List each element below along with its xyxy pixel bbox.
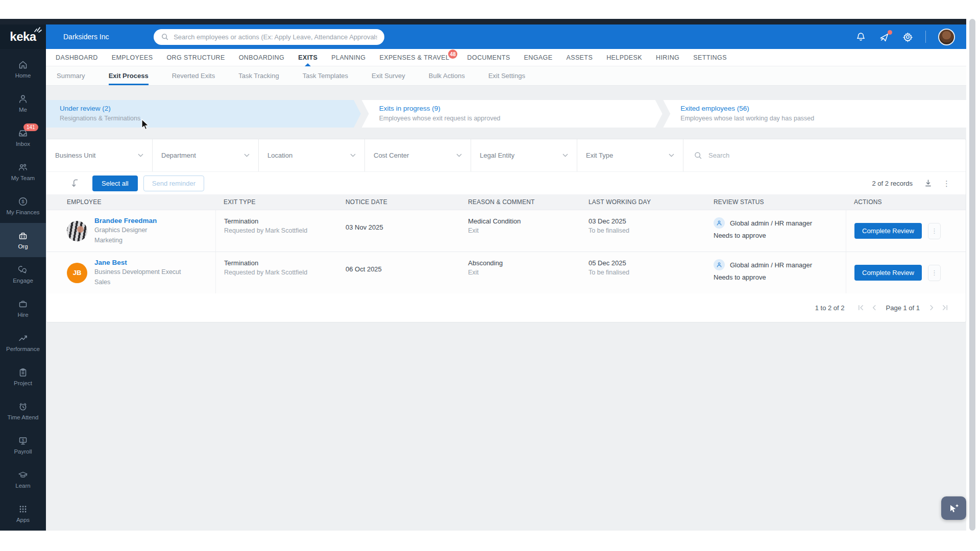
person-icon: [18, 94, 28, 104]
last-page-icon[interactable]: [942, 304, 948, 311]
sidebar-item-org[interactable]: Org: [0, 223, 46, 257]
subtab-exit-survey[interactable]: Exit Survey: [372, 66, 405, 85]
nav-engage[interactable]: ENGAGE: [524, 49, 553, 66]
notifications-bell-icon[interactable]: [855, 32, 866, 42]
subtab-bulk-actions[interactable]: Bulk Actions: [429, 66, 465, 85]
nav-label: EMPLOYEES: [112, 54, 153, 61]
sidebar-item-my-team[interactable]: My Team: [0, 155, 46, 189]
exit-type-cell: Termination Requested by Mark Scottfield: [215, 210, 337, 252]
nav-label: ASSETS: [566, 54, 593, 61]
sidebar-item-engage[interactable]: Engage: [0, 257, 46, 291]
subtab-summary[interactable]: Summary: [57, 66, 85, 85]
keka-logo[interactable]: keka: [0, 24, 46, 49]
sort-icon[interactable]: [71, 179, 79, 188]
employee-name-link[interactable]: Brandee Freedman: [94, 217, 157, 224]
exit-type-value: Termination: [224, 259, 332, 267]
nav-helpdesk[interactable]: HELPDESK: [606, 49, 642, 66]
user-avatar[interactable]: [938, 29, 955, 45]
row-kebab-icon[interactable]: ⋮: [928, 223, 941, 239]
nav-exits[interactable]: EXITS: [298, 49, 317, 66]
expenses-badge: 48: [448, 49, 457, 59]
filter-location[interactable]: Location: [259, 139, 365, 171]
nav-label: EXPENSES & TRAVEL: [379, 54, 449, 61]
review-status-text: Needs to approve: [714, 232, 841, 239]
subtab-task-tracking[interactable]: Task Tracking: [238, 66, 279, 85]
sidebar-item-hire[interactable]: Hire: [0, 291, 46, 325]
sidebar-item-label: My Finances: [6, 209, 39, 215]
employee-avatar[interactable]: JB: [67, 263, 87, 283]
company-name: Darksiders Inc: [63, 33, 109, 41]
nav-settings[interactable]: SETTINGS: [693, 49, 727, 66]
sidebar-item-learn[interactable]: Learn: [0, 462, 46, 496]
nav-org-structure[interactable]: ORG STRUCTURE: [167, 49, 225, 66]
table-row: Brandee Freedman Graphics Designer Marke…: [46, 210, 966, 252]
subtab-exit-process[interactable]: Exit Process: [109, 66, 149, 85]
nav-planning[interactable]: PLANNING: [331, 49, 365, 66]
sidebar-item-my-finances[interactable]: $ My Finances: [0, 189, 46, 223]
table-search-input[interactable]: Search: [683, 139, 966, 171]
demo-cursor-button[interactable]: [941, 496, 966, 520]
stage-exited-employees[interactable]: Exited employees (56) Employees whose la…: [663, 100, 966, 128]
stage-exits-in-progress[interactable]: Exits in progress (9) Employees whose ex…: [362, 100, 663, 128]
monitor-dollar-icon: $: [18, 436, 28, 446]
home-icon: [18, 60, 28, 70]
reason-value: Medical Condition: [468, 217, 575, 225]
complete-review-button[interactable]: Complete Review: [854, 223, 922, 239]
nav-expenses-travel[interactable]: EXPENSES & TRAVEL48: [379, 49, 449, 66]
notice-date-cell: 03 Nov 2025: [337, 210, 460, 252]
first-page-icon[interactable]: [857, 304, 864, 311]
subtab-reverted-exits[interactable]: Reverted Exits: [172, 66, 215, 85]
subtab-exit-settings[interactable]: Exit Settings: [488, 66, 525, 85]
main-nav: DASHBOARD EMPLOYEES ORG STRUCTURE ONBOAR…: [46, 49, 966, 66]
nav-label: ORG STRUCTURE: [167, 54, 225, 61]
filter-exit-type[interactable]: Exit Type: [577, 139, 683, 171]
subtab-task-templates[interactable]: Task Templates: [303, 66, 348, 85]
sidebar-item-apps[interactable]: Apps: [0, 496, 46, 531]
next-page-icon[interactable]: [928, 304, 935, 311]
nav-label: ENGAGE: [524, 54, 553, 61]
sidebar-item-me[interactable]: Me: [0, 86, 46, 120]
col-notice-date: NOTICE DATE: [337, 194, 460, 210]
send-reminder-button[interactable]: Send reminder: [143, 176, 204, 191]
sidebar-item-project[interactable]: Project: [0, 360, 46, 394]
sidebar-items: Home Me 141 Inbox My Team $ My Finances …: [0, 49, 46, 531]
nav-onboarding[interactable]: ONBOARDING: [239, 49, 284, 66]
chevron-down-icon: [456, 154, 462, 157]
employee-job-title: Business Development Execut: [94, 268, 181, 277]
select-all-button[interactable]: Select all: [92, 176, 138, 191]
sidebar-item-performance[interactable]: Performance: [0, 325, 46, 360]
table-options-kebab-icon[interactable]: ⋮: [943, 180, 950, 187]
review-status-cell: Global admin / HR manager Needs to appro…: [705, 252, 846, 293]
nav-assets[interactable]: ASSETS: [566, 49, 593, 66]
settings-gear-icon[interactable]: [902, 32, 913, 42]
filter-legal-entity[interactable]: Legal Entity: [471, 139, 577, 171]
global-search-input[interactable]: Search employees or actions (Ex: Apply L…: [154, 29, 384, 45]
notice-date-value: 06 Oct 2025: [346, 265, 455, 273]
stage-under-review[interactable]: Under review (2) Resignations & Terminat…: [46, 100, 361, 128]
nav-hiring[interactable]: HIRING: [656, 49, 679, 66]
sidebar-item-label: Performance: [6, 346, 40, 352]
filter-department[interactable]: Department: [153, 139, 259, 171]
download-icon[interactable]: [924, 179, 933, 188]
nav-dashboard[interactable]: DASHBOARD: [56, 49, 98, 66]
lwd-sub: To be finalised: [589, 227, 700, 234]
search-icon: [694, 151, 702, 160]
sidebar-item-payroll[interactable]: $ Payroll: [0, 428, 46, 462]
sidebar-item-inbox[interactable]: 141 Inbox: [0, 120, 46, 155]
whats-new-rocket-icon[interactable]: [878, 32, 890, 42]
row-kebab-icon[interactable]: ⋮: [928, 265, 941, 281]
filter-business-unit[interactable]: Business Unit: [46, 139, 153, 171]
nav-employees[interactable]: EMPLOYEES: [112, 49, 153, 66]
sidebar-item-time-attend[interactable]: Time Attend: [0, 394, 46, 428]
col-employee: EMPLOYEE: [46, 194, 215, 210]
employee-name-link[interactable]: Jane Best: [94, 259, 181, 266]
employee-avatar[interactable]: [67, 221, 87, 241]
nav-documents[interactable]: DOCUMENTS: [467, 49, 510, 66]
lwd-sub: To be finalised: [589, 269, 700, 276]
page-scrollbar[interactable]: [969, 19, 975, 531]
review-status-cell: Global admin / HR manager Needs to appro…: [705, 210, 846, 252]
prev-page-icon[interactable]: [871, 304, 877, 311]
sidebar-item-home[interactable]: Home: [0, 52, 46, 86]
filter-cost-center[interactable]: Cost Center: [365, 139, 471, 171]
complete-review-button[interactable]: Complete Review: [854, 265, 922, 281]
